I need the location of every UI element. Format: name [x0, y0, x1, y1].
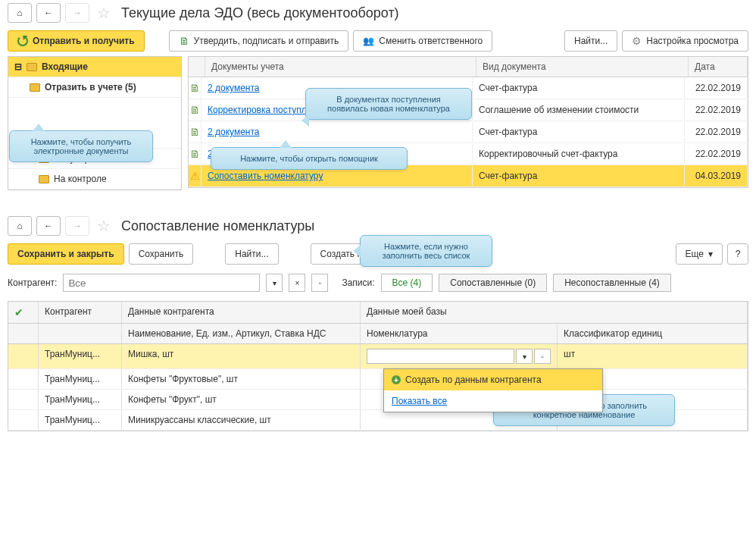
view-settings-button[interactable]: ⚙ Настройка просмотра: [622, 30, 748, 52]
more-button[interactable]: Еще ▾: [676, 243, 723, 265]
star-icon[interactable]: ☆: [97, 4, 111, 22]
refresh-icon: [17, 36, 28, 46]
dropdown-button[interactable]: ▾: [516, 349, 533, 364]
tab-unmatched[interactable]: Несопоставленные (4): [553, 274, 671, 292]
tree-incoming[interactable]: ⊟ Входящие: [8, 57, 181, 77]
col-data-contr: Данные контрагента: [122, 302, 361, 323]
col-data-mine: Данные моей базы: [361, 302, 748, 323]
col-nom: Номенклатура: [361, 324, 558, 343]
plus-icon: +: [392, 375, 401, 384]
col-name: Наименование, Ед. изм., Артикул, Ставка …: [122, 324, 361, 343]
home-button[interactable]: ⌂: [8, 216, 32, 236]
save-button[interactable]: Сохранить: [129, 243, 194, 265]
tooltip-new-nomen: В документах поступления появилась новая…: [305, 88, 472, 120]
check-icon: ✔: [14, 306, 23, 318]
grid-row[interactable]: ТранМуниц... Конфеты "Фруктовые", шт: [8, 369, 748, 390]
clear-button[interactable]: ×: [289, 274, 305, 292]
tooltip-open-helper: Нажмите, чтобы открыть помощник: [211, 147, 408, 170]
forward-button[interactable]: →: [65, 216, 89, 236]
change-responsible-button[interactable]: 👥 Сменить ответственного: [353, 30, 492, 52]
contragent-input[interactable]: [63, 274, 260, 292]
col-contragent: Контрагент: [39, 302, 122, 323]
grid-row-highlighted[interactable]: ТранМуниц... Мишка, шт ▾ ▫ шт: [8, 344, 748, 369]
find-button[interactable]: Найти...: [225, 243, 278, 265]
back-button[interactable]: ←: [36, 216, 61, 236]
open-button[interactable]: ▫: [534, 349, 551, 364]
folder-icon: [39, 175, 49, 183]
col-type: Вид документа: [476, 57, 689, 77]
page-title: Текущие дела ЭДО (весь документооборот): [121, 5, 399, 21]
minus-icon: ⊟: [14, 61, 22, 72]
doc-link[interactable]: 2 документа: [208, 127, 260, 137]
doc-link[interactable]: 2 документа: [208, 83, 260, 93]
label-contragent: Контрагент:: [8, 277, 57, 288]
tooltip-receive-docs: Нажмите, чтобы получить электронные доку…: [9, 130, 153, 162]
dd-create-by-contr[interactable]: + Создать по данным контрагента: [384, 369, 602, 390]
find-button[interactable]: Найти...: [564, 30, 617, 52]
folder-icon: [27, 63, 37, 71]
dropdown-button[interactable]: ▾: [266, 274, 283, 292]
nomenclature-input[interactable]: [367, 349, 514, 364]
label-records: Записи:: [342, 277, 374, 288]
doc-icon: 🗎: [189, 99, 201, 121]
doc-icon: 🗎: [189, 143, 201, 165]
match-nomen-link[interactable]: Сопоставить номенклатуру: [208, 171, 323, 181]
forward-button[interactable]: →: [65, 3, 89, 23]
chevron-down-icon: ▾: [708, 249, 713, 259]
tab-matched[interactable]: Сопоставленные (0): [439, 274, 547, 292]
tree-reflect[interactable]: Отразить в учете (5): [8, 77, 181, 98]
star-icon[interactable]: ☆: [97, 217, 111, 235]
page-title: Сопоставление номенклатуры: [121, 218, 314, 234]
back-button[interactable]: ←: [36, 3, 61, 23]
col-date: Дата: [689, 57, 748, 77]
approve-icon: 🗎: [179, 35, 189, 47]
folder-icon: [30, 83, 40, 92]
tab-all[interactable]: Все (4): [381, 274, 433, 292]
col-classifier: Классификатор единиц: [558, 324, 748, 343]
nomenclature-dropdown: + Создать по данным контрагента Показать…: [383, 368, 603, 412]
gear-icon: ⚙: [632, 35, 642, 47]
send-receive-button[interactable]: Отправить и получить: [8, 30, 145, 52]
help-button[interactable]: ?: [727, 243, 748, 265]
tooltip-fill-all: Нажмите, если нужно заполнить весь списо…: [360, 235, 492, 267]
approve-button[interactable]: 🗎 Утвердить, подписать и отправить: [169, 30, 349, 52]
grid-row[interactable]: 🗎 2 документа Счет-фактура 22.02.2019: [189, 121, 748, 143]
tree-control[interactable]: На контроле: [8, 169, 181, 190]
home-button[interactable]: ⌂: [8, 3, 32, 23]
doc-icon: 🗎: [189, 77, 201, 99]
dd-show-all[interactable]: Показать все: [384, 390, 602, 412]
col-docs: Документы учета: [205, 57, 476, 77]
save-close-button[interactable]: Сохранить и закрыть: [8, 243, 124, 265]
doc-icon: 🗎: [189, 121, 201, 143]
open-button[interactable]: ▫: [311, 274, 328, 292]
people-icon: 👥: [363, 36, 374, 46]
warning-icon: ⚠: [189, 165, 201, 186]
nomenclature-grid: ✔ Контрагент Данные контрагента Данные м…: [8, 301, 748, 431]
